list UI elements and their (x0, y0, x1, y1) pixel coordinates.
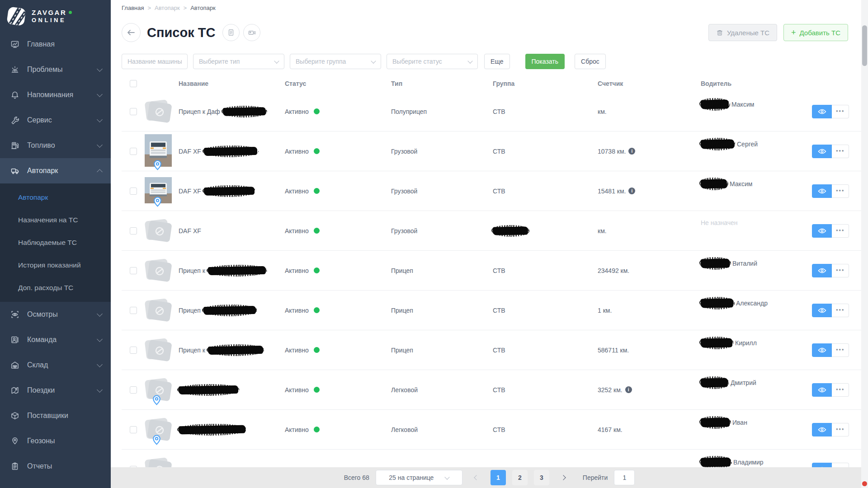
more-button[interactable]: ●●● (832, 224, 849, 238)
row-checkbox[interactable] (130, 426, 137, 433)
sidebar-item-truck[interactable]: Автопарк (0, 158, 111, 183)
sidebar-item-pin[interactable]: Геозоны (0, 428, 111, 454)
vehicle-name[interactable] (179, 386, 285, 394)
info-icon[interactable]: i (628, 148, 635, 155)
sidebar-subitem-4[interactable]: Доп. расходы ТС (0, 277, 111, 299)
vehicle-thumbnail[interactable] (145, 178, 173, 204)
sidebar-subitem-2[interactable]: Наблюдаемые ТС (0, 231, 111, 254)
page-button-3[interactable]: 3 (534, 470, 549, 485)
more-button[interactable]: ●●● (832, 264, 849, 277)
row-checkbox[interactable] (130, 227, 137, 235)
vehicle-name[interactable]: Прицеп (179, 306, 285, 314)
more-button[interactable]: ●●● (832, 145, 849, 158)
more-button[interactable]: ●●● (832, 423, 849, 436)
goto-page-input[interactable] (614, 470, 635, 485)
show-button[interactable]: Показать (525, 54, 565, 69)
sidebar-subitem-0[interactable]: Автопарк (0, 186, 111, 209)
view-button[interactable] (812, 145, 832, 158)
vehicle-thumbnail[interactable] (145, 417, 173, 442)
vehicle-name[interactable]: DAF XF (179, 227, 285, 235)
view-button[interactable] (812, 343, 832, 357)
sidebar-item-warehouse[interactable]: Склад (0, 352, 111, 378)
sidebar-item-service[interactable]: Сервис (0, 108, 111, 133)
sidebar-item-home[interactable]: Главная (0, 32, 111, 57)
per-page-select[interactable]: 25 на странице (376, 470, 462, 485)
vehicle-thumbnail[interactable] (145, 139, 173, 164)
vehicle-name-filter[interactable] (122, 54, 188, 69)
reset-button[interactable]: Сброс (575, 54, 606, 69)
logo-text: ZAVGAR ONLINE (32, 9, 72, 24)
sidebar-item-sync[interactable]: Интеграции (0, 479, 111, 488)
logo[interactable]: ZAVGAR ONLINE (0, 0, 111, 32)
chevron-down-icon (467, 58, 472, 63)
next-page-button[interactable] (556, 470, 571, 485)
page-button-1[interactable]: 1 (491, 470, 506, 485)
more-button[interactable]: ●●● (832, 343, 849, 357)
back-button[interactable] (122, 23, 141, 42)
more-button[interactable]: ●●● (832, 184, 849, 198)
sidebar-item-trips[interactable]: Поездки (0, 378, 111, 403)
vehicle-name[interactable]: DAF XF (179, 147, 285, 155)
sidebar-item-report[interactable]: Отчеты (0, 454, 111, 479)
breadcrumb-current[interactable]: Автопарк (190, 5, 216, 11)
info-icon[interactable]: i (628, 188, 635, 194)
breadcrumb-fleet[interactable]: Автопарк (155, 5, 180, 11)
vehicle-thumbnail[interactable] (145, 258, 173, 283)
view-button[interactable] (812, 383, 832, 397)
row-checkbox[interactable] (130, 108, 137, 115)
more-button[interactable]: ●●● (832, 304, 849, 317)
row-checkbox[interactable] (130, 307, 137, 314)
scrollbar[interactable] (861, 0, 868, 488)
vehicle-thumbnail[interactable] (145, 377, 173, 403)
deleted-vehicles-label: Удаленые ТС (727, 29, 769, 37)
vehicle-name[interactable]: Прицеп к (179, 346, 285, 354)
sidebar-subitem-1[interactable]: Назначения на ТС (0, 209, 111, 231)
sidebar-item-fuel[interactable]: Топливо (0, 133, 111, 158)
deleted-vehicles-button[interactable]: Удаленые ТС (708, 24, 777, 41)
breadcrumb-home[interactable]: Главная (122, 5, 144, 11)
sidebar-item-team[interactable]: Команда (0, 327, 111, 352)
row-checkbox[interactable] (130, 386, 137, 394)
vehicle-photo-thumb[interactable] (145, 177, 172, 205)
sidebar-item-bell[interactable]: Напоминания (0, 82, 111, 108)
prev-page-button[interactable] (469, 470, 484, 485)
view-button[interactable] (812, 105, 832, 118)
vehicle-thumbnail[interactable] (145, 338, 173, 363)
vehicle-thumbnail[interactable] (145, 298, 173, 323)
vehicle-name[interactable]: Прицеп к (179, 267, 285, 275)
vehicle-name[interactable] (179, 426, 285, 434)
view-button[interactable] (812, 224, 832, 238)
sidebar-item-alarm[interactable]: Проблемы (0, 57, 111, 82)
info-icon[interactable]: i (625, 386, 632, 393)
vehicle-thumbnail[interactable] (145, 99, 173, 124)
row-checkbox[interactable] (130, 267, 137, 274)
type-filter-select[interactable]: Выберите тип (193, 54, 284, 69)
more-filters-button[interactable]: Еще (484, 54, 510, 69)
vehicle-thumbnail[interactable] (145, 218, 173, 244)
vehicle-name[interactable]: Прицеп к Даф (179, 108, 285, 116)
view-button[interactable] (812, 264, 832, 277)
view-button[interactable] (812, 423, 832, 436)
add-vehicle-button[interactable]: + Добавить ТС (783, 24, 848, 41)
goto-label: Перейти (583, 474, 608, 481)
vehicle-photo-thumb[interactable] (145, 134, 172, 169)
select-all-checkbox[interactable] (130, 80, 137, 87)
sidebar-subitem-3[interactable]: История показаний (0, 254, 111, 277)
vehicle-name-input[interactable] (127, 58, 182, 65)
row-checkbox[interactable] (130, 188, 137, 195)
view-button[interactable] (812, 184, 832, 198)
sidebar-item-eye[interactable]: Осмотры (0, 302, 111, 327)
view-button[interactable] (812, 304, 832, 317)
row-checkbox[interactable] (130, 148, 137, 155)
camera-button[interactable] (243, 24, 260, 41)
vehicle-name[interactable]: DAF XF (179, 187, 285, 195)
more-button[interactable]: ●●● (832, 105, 849, 118)
sidebar-item-box[interactable]: Поставщики (0, 403, 111, 428)
page-button-2[interactable]: 2 (512, 470, 528, 485)
more-button[interactable]: ●●● (832, 383, 849, 397)
status-filter-select[interactable]: Выберите статус (387, 54, 478, 69)
report-button[interactable] (222, 24, 240, 41)
group-filter-select[interactable]: Выберите группа (290, 54, 381, 69)
row-checkbox[interactable] (130, 347, 137, 354)
scrollbar-thumb[interactable] (862, 25, 867, 66)
